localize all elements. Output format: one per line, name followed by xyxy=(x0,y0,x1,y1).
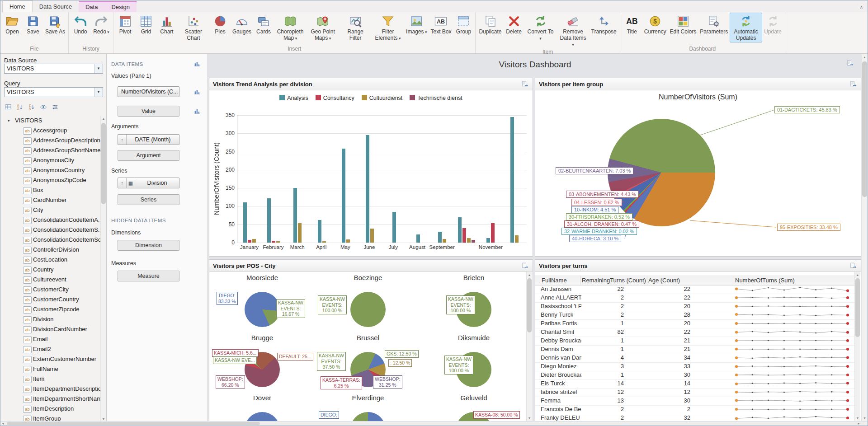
cards-button[interactable]: Cards xyxy=(253,13,274,36)
pie-label[interactable]: DIEGO: xyxy=(319,411,339,419)
field-item[interactable]: abItemDepartmentShortName xyxy=(0,394,100,404)
data-item-chip-value[interactable]: Value xyxy=(118,106,179,117)
column-header-age-count[interactable]: Age (Count) xyxy=(647,276,680,285)
field-item[interactable]: abDivisionCardNumber xyxy=(0,324,100,334)
bar-analysis[interactable] xyxy=(438,232,442,243)
field-item[interactable]: abAddressGroupShortName xyxy=(0,145,100,155)
save-button[interactable]: Save xyxy=(23,13,43,36)
bar-consultancy[interactable] xyxy=(272,241,275,243)
scroll-down-icon[interactable]: ▼ xyxy=(527,415,532,421)
column-header-remainingturns-count[interactable]: RemainingTurns (Count) xyxy=(580,276,646,285)
tab-data-source[interactable]: Data Source xyxy=(33,1,79,12)
pie-label[interactable]: : 12.50 % xyxy=(388,359,412,367)
field-item[interactable]: abAccessgroup xyxy=(0,126,100,136)
pie-label[interactable]: KASSA-NWEVENTS:100.00 % xyxy=(318,295,347,314)
pie-label[interactable]: KASSA-MICH: 5.6... xyxy=(212,349,259,357)
field-item[interactable]: abConsolidationCodeItemA... xyxy=(0,215,100,225)
tab-data[interactable]: Data xyxy=(79,1,104,12)
open-button[interactable]: Open xyxy=(2,13,23,36)
field-item[interactable]: abEmail2 xyxy=(0,344,100,354)
bar-cultuurdienst[interactable] xyxy=(298,223,302,243)
bar-consultancy[interactable] xyxy=(462,228,466,243)
field-item[interactable]: abCustomerCity xyxy=(0,285,100,295)
pie-callout-31-alcoh-dranken[interactable]: 31-ALCOH. DRANKEN: 0.47 % xyxy=(564,220,639,228)
scroll-up-icon[interactable]: ▲ xyxy=(855,272,860,278)
scroll-down-icon[interactable]: ▼ xyxy=(855,415,860,421)
pie-callout-01-dagtickets[interactable]: 01-DAGTICKETS: 45.83 % xyxy=(774,106,840,113)
bar-cultuurdienst[interactable] xyxy=(467,238,471,243)
range-filter-button[interactable]: Range Filter xyxy=(339,13,372,42)
pie-label[interactable]: DIEGO:83.33 % xyxy=(217,292,238,305)
field-item[interactable]: abItem xyxy=(0,374,100,384)
table-row[interactable]: Francois De Beck22 xyxy=(535,405,855,414)
chart-type-icon[interactable] xyxy=(193,60,201,67)
scroll-up-icon[interactable]: ▲ xyxy=(527,272,532,278)
tree-root[interactable]: ▾VISITORS xyxy=(0,116,100,126)
table-row[interactable]: Paribas Fortis120 xyxy=(535,319,855,328)
pie-callout-40-horeca[interactable]: 40-HORECA: 3.10 % xyxy=(569,235,621,242)
group-button[interactable]: Group xyxy=(453,13,474,36)
choropleth-map-button[interactable]: Choropleth Map ▾ xyxy=(274,13,307,42)
pie-callout-03-abonnementen[interactable]: 03-ABONNEMENTEN: 4.43 % xyxy=(566,191,639,198)
field-item[interactable]: abDivision xyxy=(0,314,100,324)
data-source-select[interactable]: VISITORS ▼ xyxy=(4,64,103,74)
chart-button[interactable]: Chart xyxy=(156,13,177,36)
field-item[interactable]: abAnonymousZipCode xyxy=(0,175,100,185)
field-item[interactable]: abEmail xyxy=(0,334,100,344)
save-as-button[interactable]: Save As xyxy=(43,13,67,36)
pie-label[interactable]: KASSA-NW EVE... xyxy=(213,356,257,364)
table-row[interactable]: Femma1330 xyxy=(535,397,855,406)
fields-list-button[interactable] xyxy=(3,102,13,112)
scatter-chart-button[interactable]: Scatter Chart xyxy=(177,13,210,42)
panel-scrollbar[interactable]: ▲ ▼ xyxy=(526,272,532,421)
scroll-up-icon[interactable]: ▲ xyxy=(101,116,106,122)
pie-callout-02-beurtenkaarten[interactable]: 02-BEURTENKAARTEN: 7.03 % xyxy=(556,167,633,174)
pane-indicator-icon[interactable] xyxy=(193,88,201,95)
field-item[interactable]: abAnonymousCity xyxy=(0,155,100,165)
field-item[interactable]: abControllerDivision xyxy=(0,245,100,255)
export-icon[interactable] xyxy=(849,80,857,88)
field-item[interactable]: abCity xyxy=(0,205,100,215)
panel-scrollbar[interactable]: ▲ ▼ xyxy=(854,272,860,421)
bar-consultancy[interactable] xyxy=(491,223,495,243)
pie-callout-30-frisdranken[interactable]: 30-FRISDRANKEN: 0.52 % xyxy=(566,213,632,220)
tab-home[interactable]: Home xyxy=(2,0,33,12)
table-row[interactable]: Diego Moniez333 xyxy=(535,362,855,371)
tab-design[interactable]: Design xyxy=(104,1,136,12)
pie-callout-04-lessen[interactable]: 04-LESSEN: 0.62 % xyxy=(571,199,622,206)
pivot-button[interactable]: Pivot xyxy=(115,13,136,36)
query-select[interactable]: VISITORS ▼ xyxy=(4,87,103,97)
table-row[interactable]: Debby Brouckaert121 xyxy=(535,337,855,346)
field-item[interactable]: abCustomerCountry xyxy=(0,295,100,304)
transpose-button[interactable]: Transpose xyxy=(590,13,618,36)
data-item-chip-measure[interactable]: Measure xyxy=(118,271,179,281)
data-item-chip-numberofvisitors-c[interactable]: NumberOfVisitors (C... xyxy=(118,86,179,97)
bar-cultuurdienst[interactable] xyxy=(276,241,280,243)
pie-label[interactable]: KASSA-NWEVENTS:100.00 % xyxy=(444,356,473,375)
table-row[interactable]: Dennis van Dam434 xyxy=(535,354,855,363)
table-row[interactable]: An Janssen2222 xyxy=(535,285,855,294)
field-item[interactable]: abCostLocation xyxy=(0,255,100,265)
scroll-left-icon[interactable]: ◄ xyxy=(1,421,5,426)
tree-scrollbar[interactable]: ▲ ▼ xyxy=(100,116,106,422)
scroll-down-icon[interactable]: ▼ xyxy=(862,415,868,421)
bar-analysis[interactable] xyxy=(416,234,420,243)
bar-analysis[interactable] xyxy=(486,238,490,243)
filter-elements-button[interactable]: Filter Elements ▾ xyxy=(372,13,404,42)
pie-label[interactable]: KASSA-TERRAS:6.25 % xyxy=(321,376,362,389)
field-item[interactable]: abBox xyxy=(0,185,100,195)
redo-button[interactable]: Redo ▾ xyxy=(91,13,112,36)
window-vertical-scrollbar[interactable]: ▲ ▼ xyxy=(861,54,868,421)
images-button[interactable]: Images ▾ xyxy=(404,13,429,36)
data-item-chip-dimension[interactable]: Dimension xyxy=(118,240,179,251)
chevron-down-icon[interactable]: ▼ xyxy=(94,88,103,97)
export-icon[interactable] xyxy=(521,262,529,270)
data-item-chip-series[interactable]: Series xyxy=(118,194,179,205)
bar-cultuurdienst[interactable] xyxy=(346,239,350,243)
bar-cultuurdienst[interactable] xyxy=(370,229,374,243)
window-horizontal-scrollbar[interactable]: ◄ ► xyxy=(0,421,868,426)
export-icon[interactable] xyxy=(521,80,529,88)
gauges-button[interactable]: Gauges xyxy=(231,13,253,36)
bar-cultuurdienst[interactable] xyxy=(252,239,256,243)
pane-indicator-icon[interactable] xyxy=(193,108,201,115)
